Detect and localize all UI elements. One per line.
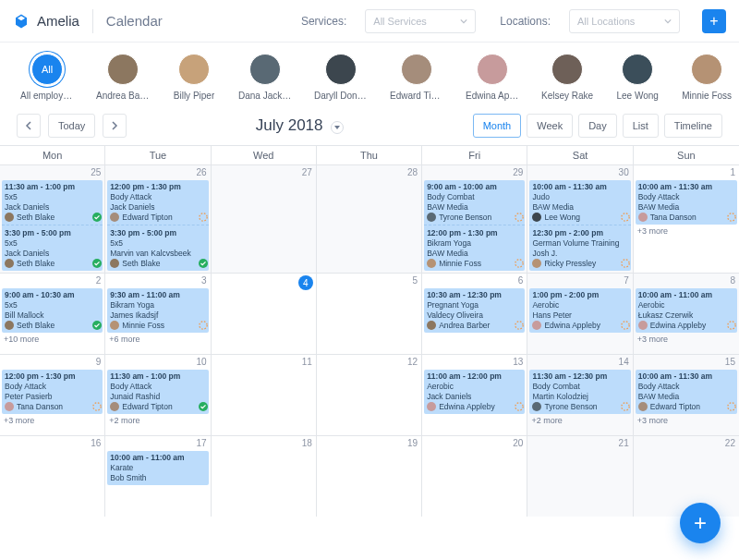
employee-item[interactable]: Dana Jackson — [238, 54, 292, 101]
day-cell[interactable]: 17 10:00 am - 11:00 am Karate Bob Smith — [105, 435, 211, 517]
event-service: Bikram Yoga — [110, 300, 205, 310]
today-button[interactable]: Today — [48, 114, 95, 138]
more-link[interactable]: +3 more — [4, 416, 101, 425]
event-service: German Volume Training — [532, 238, 627, 248]
event[interactable]: 9:00 am - 10:00 am Body Combat BAW Media… — [424, 180, 525, 271]
day-cell[interactable]: 20 — [422, 435, 527, 517]
day-cell[interactable]: 28 — [317, 164, 422, 273]
day-number: 13 — [513, 357, 523, 367]
day-cell[interactable]: 13 11:00 am - 12:00 pm Aerobic Jack Dani… — [422, 354, 527, 435]
svg-point-6 — [622, 213, 629, 221]
next-button[interactable] — [103, 114, 127, 138]
view-timeline[interactable]: Timeline — [664, 114, 722, 138]
more-link[interactable]: +3 more — [637, 335, 735, 344]
view-day[interactable]: Day — [578, 114, 617, 138]
employee-item[interactable]: Edward Tipton — [390, 54, 443, 101]
employee-item[interactable]: Edwina Appl... — [466, 54, 519, 101]
event[interactable]: 10:00 am - 11:00 am Karate Bob Smith — [107, 451, 208, 485]
event[interactable]: 10:00 am - 11:00 am Aerobic Łukasz Czerw… — [636, 288, 737, 333]
services-select[interactable]: All Services — [365, 9, 476, 33]
day-cell[interactable]: 4 — [212, 273, 317, 354]
view-list[interactable]: List — [623, 114, 659, 138]
view-label: Month — [483, 120, 512, 131]
day-cell[interactable]: 30 10:00 am - 11:30 am Judo BAW Media Le… — [527, 164, 633, 273]
employee-dot-icon — [110, 402, 119, 411]
employee-item[interactable]: Andrea Barber — [96, 54, 150, 101]
more-link[interactable]: +2 more — [109, 416, 206, 425]
day-cell[interactable]: 19 — [317, 435, 422, 517]
more-link[interactable]: +3 more — [637, 416, 735, 425]
employee-item[interactable]: Daryll Donov... — [314, 54, 368, 101]
event[interactable]: 1:00 pm - 2:00 pm Aerobic Hans Peter Edw… — [529, 288, 630, 333]
event-service: 5x5 — [5, 300, 100, 310]
employee-item[interactable]: Kelsey Rake — [541, 54, 593, 101]
locations-select[interactable]: All Locations — [569, 9, 680, 33]
view-week[interactable]: Week — [527, 114, 573, 138]
day-cell[interactable]: 2 9:00 am - 10:30 am 5x5 Bill Mallock Se… — [0, 273, 105, 354]
day-cell[interactable]: 1 10:00 am - 11:30 am Body Attack BAW Me… — [634, 164, 739, 273]
employee-all[interactable]: All All employees — [20, 54, 74, 101]
status-approved-icon — [92, 213, 102, 222]
event-customer: Valdecy Oliveira — [427, 310, 522, 320]
day-number: 27 — [302, 167, 312, 177]
day-cell[interactable]: 16 — [0, 435, 105, 517]
day-cell[interactable]: 14 11:30 am - 12:30 pm Body Combat Marti… — [527, 354, 633, 435]
employee-item[interactable]: Lee Wong — [615, 54, 660, 101]
prev-button[interactable] — [17, 114, 41, 138]
dow: Sun — [634, 146, 739, 164]
day-cell[interactable]: 18 — [212, 435, 317, 517]
event[interactable]: 10:00 am - 11:30 am Body Attack BAW Medi… — [636, 370, 737, 414]
day-cell[interactable]: 25 11:30 am - 1:00 pm 5x5 Jack Daniels S… — [0, 164, 105, 273]
day-cell[interactable]: 22 — [634, 435, 739, 517]
dow: Mon — [0, 146, 105, 164]
day-cell[interactable]: 15 10:00 am - 11:30 am Body Attack BAW M… — [634, 354, 739, 435]
employee-name: Minnie Foss — [682, 91, 732, 101]
day-cell[interactable]: 21 — [527, 435, 633, 517]
add-button[interactable]: + — [702, 9, 726, 33]
event[interactable]: 9:30 am - 11:00 am Bikram Yoga James Ika… — [107, 288, 208, 333]
event[interactable]: 10:00 am - 11:30 am Judo BAW Media Lee W… — [529, 180, 630, 271]
day-cell[interactable]: 27 — [212, 164, 317, 273]
day-cell[interactable]: 11 — [212, 354, 317, 435]
event-service: Body Attack — [5, 382, 100, 391]
day-cell[interactable]: 10 11:30 am - 1:00 pm Body Attack Junaid… — [105, 354, 211, 435]
day-cell[interactable]: 29 9:00 am - 10:00 am Body Combat BAW Me… — [422, 164, 527, 273]
event-employee: Andrea Barber — [439, 321, 490, 330]
employee-item[interactable]: Billy Piper — [172, 54, 216, 101]
event-time: 12:00 pm - 1:30 pm — [110, 182, 205, 191]
event-customer: BAW Media — [532, 202, 627, 212]
event[interactable]: 10:00 am - 11:30 am Body Attack BAW Medi… — [636, 180, 737, 225]
employee-filter-strip: All All employees Andrea Barber Billy Pi… — [0, 43, 739, 110]
day-cell[interactable]: 12 — [317, 354, 422, 435]
event[interactable]: 12:00 pm - 1:30 pm Body Attack Jack Dani… — [107, 180, 208, 271]
event[interactable]: 10:30 am - 12:30 pm Pregnant Yoga Valdec… — [424, 288, 525, 333]
view-month[interactable]: Month — [473, 114, 522, 138]
employee-item[interactable]: Minnie Foss — [682, 54, 732, 101]
day-cell[interactable]: 5 — [317, 273, 422, 354]
day-number: 28 — [407, 167, 418, 177]
day-cell[interactable]: 9 12:00 pm - 1:30 pm Body Attack Peter P… — [0, 354, 105, 435]
avatar — [622, 54, 653, 85]
day-cell[interactable]: 26 12:00 pm - 1:30 pm Body Attack Jack D… — [105, 164, 211, 273]
month-picker-button[interactable] — [331, 121, 344, 134]
month-title: July 2018 — [134, 116, 465, 135]
svg-point-2 — [199, 213, 206, 221]
event[interactable]: 12:00 pm - 1:30 pm Body Attack Peter Pas… — [2, 370, 103, 414]
event-service: Body Attack — [638, 382, 734, 391]
more-link[interactable]: +6 more — [109, 335, 206, 344]
fab-add-button[interactable]: + — [680, 503, 721, 543]
day-cell[interactable]: 8 10:00 am - 11:00 am Aerobic Łukasz Cze… — [634, 273, 739, 354]
day-cell[interactable]: 7 1:00 pm - 2:00 pm Aerobic Hans Peter E… — [527, 273, 633, 354]
event[interactable]: 11:30 am - 12:30 pm Body Combat Martin K… — [529, 370, 630, 414]
event[interactable]: 11:00 am - 12:00 pm Aerobic Jack Daniels… — [424, 370, 525, 414]
more-link[interactable]: +2 more — [531, 416, 628, 425]
event[interactable]: 11:30 am - 1:00 pm 5x5 Jack Daniels Seth… — [2, 180, 103, 271]
top-bar: Amelia Calendar Services: All Services L… — [0, 0, 739, 43]
more-link[interactable]: +10 more — [4, 335, 101, 344]
day-cell[interactable]: 3 9:30 am - 11:00 am Bikram Yoga James I… — [105, 273, 211, 354]
event[interactable]: 9:00 am - 10:30 am 5x5 Bill Mallock Seth… — [2, 288, 103, 333]
day-cell[interactable]: 6 10:30 am - 12:30 pm Pregnant Yoga Vald… — [422, 273, 527, 354]
locations-label: Locations: — [500, 15, 551, 28]
more-link[interactable]: +3 more — [637, 226, 735, 236]
event[interactable]: 11:30 am - 1:00 pm Body Attack Junaid Ra… — [107, 370, 208, 414]
